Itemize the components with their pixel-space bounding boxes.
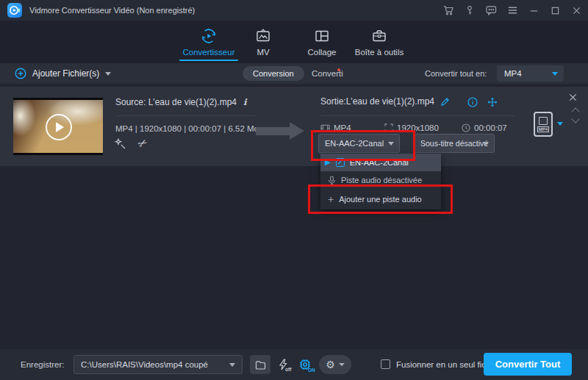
output-format-item: MP4 bbox=[320, 123, 351, 132]
output-duration-item: 00:00:07 bbox=[462, 123, 507, 132]
output-duration-value: 00:00:07 bbox=[474, 123, 507, 132]
vidmore-app-window: Vidmore Convertisseur Vidéo (Non enregis… bbox=[0, 0, 588, 380]
file-row[interactable]: Source: L'eau de vie(1)(2).mp4 i MP4 | 1… bbox=[0, 87, 588, 166]
microphone-icon bbox=[328, 176, 336, 185]
profile-chevron-icon[interactable] bbox=[557, 122, 563, 126]
converted-notification-dot bbox=[337, 68, 340, 71]
output-resolution-value: 1920x1080 bbox=[397, 123, 439, 132]
clock-icon bbox=[462, 123, 470, 132]
merge-files-checkbox[interactable] bbox=[381, 359, 390, 369]
move-reorder-icon[interactable] bbox=[487, 97, 498, 107]
subtitle-select[interactable]: Sous-titre désactivé bbox=[414, 134, 495, 153]
menu-item-label: Piste audio désactivée bbox=[341, 176, 422, 184]
play-preview-icon[interactable] bbox=[46, 114, 72, 140]
title-bar: Vidmore Convertisseur Vidéo (Non enregis… bbox=[0, 0, 588, 21]
output-resolution-item: 1920x1080 bbox=[384, 123, 439, 132]
menu-item-label: EN-AAC-2Canal bbox=[350, 158, 409, 167]
play-icon: ▶ bbox=[325, 159, 331, 166]
add-files-button[interactable]: Ajouter Fichier(s) bbox=[15, 63, 111, 84]
source-filename: Source: L'eau de vie(1)(2).mp4 bbox=[115, 97, 237, 107]
hardware-acceleration-toggle[interactable]: ON bbox=[295, 355, 315, 374]
folder-icon bbox=[255, 360, 266, 370]
format-select-value: MP4 bbox=[504, 65, 522, 82]
resolution-expand-icon bbox=[384, 123, 393, 132]
menu-item-current-track[interactable]: ▶ ✓ EN-AAC-2Canal bbox=[320, 154, 441, 171]
main-nav-tabs: Convertisseur MV Collage bbox=[0, 21, 588, 63]
add-files-label: Ajouter Fichier(s) bbox=[32, 68, 99, 79]
active-tab-underline bbox=[179, 60, 238, 61]
tab-boite-a-outils[interactable]: Boîte à outils bbox=[339, 27, 420, 57]
profile-frame-icon bbox=[539, 117, 548, 125]
plus-circle-icon bbox=[15, 68, 26, 79]
chevron-down-icon bbox=[339, 363, 345, 366]
minimize-button[interactable] bbox=[526, 2, 541, 18]
video-thumbnail[interactable] bbox=[13, 98, 103, 155]
profile-format-label: MP4 bbox=[537, 126, 549, 132]
gear-icon: ⚙ bbox=[326, 359, 335, 370]
divider bbox=[320, 115, 514, 116]
source-metadata: MP4 | 1920x1080 | 00:00:07 | 6.52 Mo bbox=[115, 124, 259, 133]
chevron-down-icon bbox=[229, 363, 235, 367]
save-path-value: C:\Users\RAIS\Videos\mp4 coupé bbox=[81, 356, 208, 373]
subtitle-value: Sous-titre désactivé bbox=[420, 135, 488, 152]
chevron-down-icon bbox=[552, 72, 558, 76]
file-list-area: Source: L'eau de vie(1)(2).mp4 i MP4 | 1… bbox=[0, 84, 588, 349]
chevron-down-icon bbox=[483, 142, 489, 146]
close-button[interactable] bbox=[569, 2, 584, 18]
cart-icon[interactable] bbox=[441, 2, 456, 18]
media-info-icon[interactable]: i bbox=[243, 97, 247, 107]
convert-all-button[interactable]: Convertir Tout bbox=[484, 353, 572, 376]
remove-file-button[interactable] bbox=[568, 93, 580, 104]
magic-wand-icon bbox=[115, 138, 126, 150]
output-format-value: MP4 bbox=[334, 123, 351, 132]
window-title: Vidmore Convertisseur Vidéo (Non enregis… bbox=[29, 0, 195, 21]
app-logo-icon bbox=[7, 3, 22, 18]
hw-accel-state-label: ON bbox=[308, 368, 315, 373]
save-path-select[interactable]: C:\Users\RAIS\Videos\mp4 coupé bbox=[74, 355, 243, 374]
maximize-button[interactable] bbox=[548, 2, 562, 18]
output-profile-badge[interactable]: MP4 bbox=[534, 112, 553, 137]
feedback-chat-icon[interactable] bbox=[484, 2, 498, 18]
footer-bar: Enregistrer: C:\Users\RAIS\Videos\mp4 co… bbox=[0, 349, 588, 380]
toolbox-icon bbox=[339, 27, 420, 45]
rename-pencil-icon[interactable] bbox=[440, 97, 450, 107]
converter-toolbar: Ajouter Fichier(s) Conversion Converti C… bbox=[0, 63, 588, 84]
convert-all-label: Convertir tout en: bbox=[425, 63, 487, 84]
output-info-icon[interactable] bbox=[467, 97, 478, 107]
audio-track-select[interactable]: EN-AAC-2Canal bbox=[318, 134, 400, 153]
save-to-label: Enregistrer: bbox=[21, 349, 64, 380]
menu-item-label: Ajouter une piste audio bbox=[339, 195, 422, 204]
tab-label: Boîte à outils bbox=[339, 48, 420, 57]
check-mark: ✓ bbox=[337, 159, 343, 166]
high-speed-toggle[interactable]: off bbox=[273, 355, 293, 374]
film-icon bbox=[320, 124, 330, 132]
source-to-output-arrow bbox=[256, 127, 290, 135]
register-key-icon[interactable] bbox=[462, 2, 477, 18]
hamburger-menu-icon[interactable] bbox=[505, 2, 520, 18]
plus-icon: + bbox=[328, 194, 334, 204]
divider bbox=[115, 115, 255, 116]
tab-conversion[interactable]: Conversion bbox=[243, 66, 304, 81]
chevron-down-icon bbox=[388, 142, 394, 146]
convert-all-format-select[interactable]: MP4 bbox=[497, 65, 564, 82]
speed-state-label: off bbox=[285, 367, 291, 372]
chevron-down-icon bbox=[105, 72, 111, 76]
cut-button[interactable]: ✂ bbox=[135, 135, 151, 151]
output-filename: Sortie:L'eau de vie(1)(2).mp4 bbox=[320, 96, 434, 107]
checked-checkbox-icon[interactable]: ✓ bbox=[336, 158, 345, 167]
menu-item-disable-audio[interactable]: Piste audio désactivée bbox=[320, 171, 441, 189]
open-folder-button[interactable] bbox=[250, 355, 270, 374]
arrow-head bbox=[290, 122, 304, 140]
edit-effects-button[interactable] bbox=[112, 136, 129, 152]
settings-button[interactable]: ⚙ bbox=[319, 355, 351, 374]
audio-track-value: EN-AAC-2Canal bbox=[325, 135, 384, 152]
audio-track-menu: ▶ ✓ EN-AAC-2Canal Piste audio désactivée… bbox=[320, 154, 441, 209]
move-down-chevron[interactable] bbox=[571, 115, 579, 123]
menu-item-add-audio-track[interactable]: + Ajouter une piste audio bbox=[320, 189, 441, 209]
scissors-icon: ✂ bbox=[135, 135, 150, 151]
tab-converti[interactable]: Converti bbox=[312, 63, 343, 84]
